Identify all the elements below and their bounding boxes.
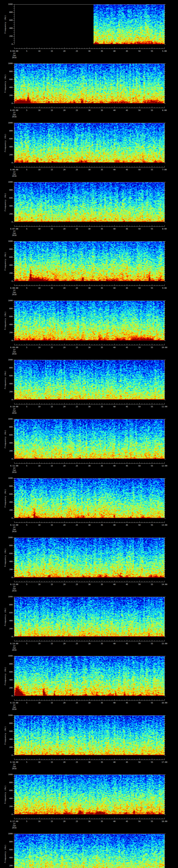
plot-left-spine [14,834,14,868]
y-major-tick [13,384,14,384]
x-minor-tick [79,818,80,819]
y-minor-tick-right [165,433,165,433]
x-minor-tick [107,166,107,167]
y-tick-label: 400 [4,323,13,326]
x-minor-tick [44,818,44,819]
x-minor-tick [112,107,112,108]
x-tick-label: 15 [47,346,57,349]
y-minor-tick-right [165,514,165,515]
x-minor-tick [119,344,120,345]
x-major-tick [14,284,14,286]
y-minor-tick-right [165,541,165,542]
y-minor-tick-right [165,186,165,186]
x-tick-label: 35 [97,346,107,349]
y-major-tick [13,20,14,21]
x-tick-label: 30 [84,110,94,112]
y-tick-label: 1000 [4,833,13,835]
x-tick-label: 35 [97,584,107,586]
x-minor-tick [84,403,85,404]
x-tick-label: 35 [97,761,107,763]
x-minor-tick [92,581,92,582]
y-major-tick-right [165,95,166,96]
y-tick-label: 400 [4,205,13,207]
x-minor-tick [44,403,44,404]
x-minor-tick [84,463,85,463]
panel-start-time-label: 6:17:00 [7,820,21,823]
x-minor-tick [92,107,92,108]
y-minor-tick [13,603,14,603]
x-minor-tick [122,759,122,760]
y-minor-tick-right [165,184,165,184]
x-tick-label: 40 [109,228,120,230]
x-tick-label: 35 [97,287,107,289]
x-major-tick [114,521,115,523]
y-minor-tick [13,571,14,572]
y-minor-tick [13,719,14,720]
x-minor-tick [67,700,67,700]
x-tick-label: 40 [109,643,120,645]
x-minor-tick [112,759,112,760]
x-minor-tick [112,48,112,49]
x-major-tick [27,284,27,286]
x-minor-tick [107,522,107,523]
x-minor-tick [37,166,37,167]
x-tick-label: 20 [59,287,69,289]
y-minor-tick [13,159,14,159]
x-major-tick [14,640,14,641]
date-line: 2016 [7,57,21,59]
x-tick-label: 25 [71,584,82,586]
x-tick-label: 55 [147,761,157,763]
x-major-tick [14,48,14,49]
x-minor-tick [117,226,117,226]
x-tick-label: 30 [84,643,94,645]
y-major-tick [13,214,14,214]
x-minor-tick [49,522,50,523]
x-tick-label: 30 [84,406,94,408]
y-minor-tick [13,550,14,550]
x-minor-tick [144,403,145,404]
x-minor-tick [137,463,137,463]
x-axis-line [14,463,165,464]
panel-end-time-label: 17:00 [157,761,171,763]
date-line: Jan [7,351,21,353]
x-minor-tick [109,700,110,700]
y-minor-tick [13,75,14,76]
x-axis-line [14,700,165,701]
x-minor-tick [24,226,25,226]
y-minor-tick-right [165,431,165,431]
x-minor-tick [132,226,132,226]
x-tick-label: 45 [122,346,132,349]
x-tick-label: 40 [109,287,120,289]
y-minor-tick-right [165,668,165,668]
x-minor-tick [37,48,37,49]
x-minor-tick [49,818,50,819]
x-tick-label: 50 [134,228,145,230]
y-tick-label: 200 [4,746,13,748]
x-minor-tick [92,226,92,226]
date-line: 22 [7,349,21,351]
frequency-axis-title: Frequency (Hz) [4,15,6,34]
x-tick-label: 10 [34,110,44,112]
y-major-tick-right [165,333,166,333]
x-tick-label: 25 [71,287,82,289]
y-major-tick-right [165,435,166,435]
x-tick-label: 25 [71,169,82,171]
x-minor-tick [37,818,37,819]
y-tick-label: 0 [4,577,13,579]
x-major-tick [102,699,102,700]
y-minor-tick [13,812,14,813]
x-minor-tick [44,107,44,108]
x-tick-label: 25 [71,643,82,645]
y-tick-label: 400 [4,501,13,503]
x-tick-label: 55 [147,228,157,230]
x-minor-tick [132,107,132,108]
y-minor-tick-right [165,135,165,135]
date-line: 22 [7,171,21,173]
y-minor-tick [13,635,14,635]
panel-end-time-label: 11:00 [157,406,171,408]
x-tick-label: 25 [71,346,82,349]
y-minor-tick-right [165,327,165,327]
spectrogram-image [14,419,165,459]
x-tick-label: 55 [147,524,157,526]
x-tick-label: 30 [84,169,94,171]
